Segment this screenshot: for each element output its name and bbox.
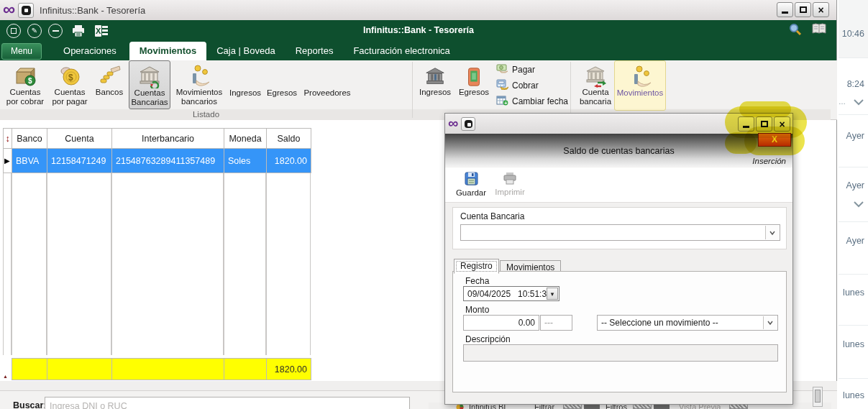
close-button[interactable]: × xyxy=(813,2,829,17)
tab-registro[interactable]: Registro xyxy=(454,259,499,274)
column-header-saldo[interactable]: Saldo xyxy=(267,129,311,149)
totals-table: 1820.00 xyxy=(3,358,311,380)
fecha-dropdown-button[interactable]: ▾ xyxy=(547,288,558,300)
tab-movimientos[interactable]: Movimientos xyxy=(129,42,206,60)
grid-footer-marker-icon: ▲ xyxy=(3,374,8,379)
phone-money-icon xyxy=(463,62,485,88)
descripcion-input[interactable] xyxy=(463,344,778,362)
tab-operaciones[interactable]: Operaciones xyxy=(53,42,127,60)
hand-coins-highlight-icon xyxy=(629,63,652,88)
ribbon-button-cuenta-bancaria[interactable]: Cuenta bancaria xyxy=(575,62,616,108)
fecha-input[interactable]: 09/04/2025 10:51:34 ▾ xyxy=(463,286,559,301)
minimize-button[interactable] xyxy=(777,2,793,17)
bank-arrows-icon xyxy=(584,62,607,88)
ribbon-button-cobrar[interactable]: Cobrar xyxy=(496,79,539,92)
movimiento-combobox[interactable]: -- Seleccione un movimiento -- xyxy=(597,315,778,331)
tab-reportes[interactable]: Reportes xyxy=(285,42,344,60)
screenshot-root: ∞ Infinitus::Bank - Tesorería × ✎ X Infi… xyxy=(0,0,868,409)
tab-facturacion-electronica[interactable]: Facturación electronica xyxy=(343,42,460,60)
ribbon-button-egresos-mov[interactable]: Egresos xyxy=(456,62,492,108)
ribbon-button-ingresos-listado[interactable]: Ingresos xyxy=(227,62,263,108)
saldo-dialog: ∞ × Saldo de cuentas bancarias Inserción… xyxy=(444,113,793,405)
ribbon-button-pagar[interactable]: Pagar xyxy=(496,63,535,75)
ribbon-button-movimientos-saldo[interactable]: Movimientos xyxy=(614,60,666,111)
tab-menu[interactable]: Menu xyxy=(1,43,42,60)
table-header-row: ↕ Banco Cuenta Interbancario Moneda Sald… xyxy=(4,129,311,149)
maximize-icon xyxy=(800,6,807,13)
box-money-icon: $ xyxy=(14,62,37,88)
vertical-scrollbar[interactable] xyxy=(813,387,823,407)
search-input[interactable] xyxy=(45,397,410,409)
monto-label: Monto xyxy=(465,305,489,315)
bank-gray-icon xyxy=(424,62,446,88)
chevron-down-icon[interactable] xyxy=(854,200,864,210)
dialog-toolbar: Guardar Imprimir xyxy=(445,167,792,203)
ribbon-button-proveedores[interactable]: Proveedores xyxy=(302,62,352,108)
search-icon[interactable] xyxy=(789,23,802,39)
total-saldo: 1820.00 xyxy=(266,359,311,380)
pagar-icon xyxy=(496,63,508,75)
list-item[interactable]: lunes xyxy=(839,326,868,379)
toolbar-title: Infinitus::Bank - Tesorería xyxy=(0,25,837,35)
chevron-down-icon[interactable] xyxy=(854,98,864,108)
table-row[interactable]: ▶ BBVA 12158471249 21548763289411357489 … xyxy=(4,149,311,173)
imprimir-button[interactable]: Imprimir xyxy=(493,172,527,196)
column-header-cuenta[interactable]: Cuenta xyxy=(47,129,112,149)
ribbon-button-bancos[interactable]: Bancos xyxy=(92,62,127,108)
movimiento-combo-chevron-icon[interactable] xyxy=(763,316,777,329)
cambiar-fecha-icon: + xyxy=(496,95,508,108)
ribbon-button-egresos-listado[interactable]: Egresos xyxy=(265,62,299,108)
list-item[interactable]: Ayer xyxy=(839,167,868,222)
list-item[interactable]: Ayer xyxy=(839,222,868,275)
account-combobox[interactable] xyxy=(460,224,780,241)
cobrar-icon xyxy=(496,79,508,92)
dialog-app-icon xyxy=(461,117,475,131)
minimize-icon xyxy=(782,12,788,14)
svg-text:$: $ xyxy=(68,73,73,83)
ribbon-button-cuentas-por-cobrar[interactable]: $ Cuentas por cobrar xyxy=(3,62,47,108)
registro-panel: Fecha 09/04/2025 10:51:34 ▾ Monto 0.00 -… xyxy=(452,271,787,392)
list-item[interactable]: lunes xyxy=(839,275,868,326)
sort-indicator-icon[interactable]: ↕ xyxy=(4,129,12,149)
list-item[interactable]: Ayer xyxy=(839,115,868,167)
ribbon-button-movimientos-bancarios[interactable]: Movimientos bancarios xyxy=(173,62,226,108)
menu-tab-bar: Menu Operaciones Movimientos Caja | Bove… xyxy=(0,42,836,60)
account-label: Cuenta Bancaria xyxy=(460,211,524,221)
dialog-infinitus-logo-icon: ∞ xyxy=(448,116,458,130)
list-item[interactable]: 8:24 … xyxy=(839,58,868,115)
column-header-banco[interactable]: Banco xyxy=(12,129,47,149)
accounts-table: ↕ Banco Cuenta Interbancario Moneda Sald… xyxy=(3,128,311,173)
guardar-button[interactable]: Guardar xyxy=(455,172,487,197)
ellipsis-icon: … xyxy=(839,98,846,106)
close-icon: × xyxy=(818,5,823,15)
dialog-mode-label: Inserción xyxy=(752,157,786,165)
maximize-button[interactable] xyxy=(795,2,811,17)
ribbon-button-cambiar-fecha[interactable]: + Cambiar fecha xyxy=(496,95,568,108)
ribbon: Listado $ Cuentas por cobrar $ Cuentas p… xyxy=(0,60,837,120)
ribbon-button-cuentas-por-pagar[interactable]: $ Cuentas por pagar xyxy=(49,62,91,108)
chat-sidebar: 10:46 8:24 … Ayer Ayer Ayer lunes lunes … xyxy=(839,0,868,409)
infinitus-logo-icon: ∞ xyxy=(3,2,15,17)
ribbon-group-label-listado: Listado xyxy=(0,110,412,119)
monto-input[interactable]: 0.00 xyxy=(463,315,539,331)
svg-text:$: $ xyxy=(28,77,32,85)
account-section: Cuenta Bancaria xyxy=(452,207,787,249)
printer-icon xyxy=(503,172,517,186)
ribbon-button-cuentas-bancarias[interactable]: Cuentas Bancarias xyxy=(129,60,170,109)
help-book-icon[interactable] xyxy=(812,23,826,39)
list-item[interactable]: 10:46 xyxy=(839,0,868,58)
fecha-label: Fecha xyxy=(465,276,489,286)
monto-secondary-input[interactable]: --- xyxy=(540,315,572,331)
window-title: Infinitus::Bank - Tesorería xyxy=(40,5,145,16)
column-header-moneda[interactable]: Moneda xyxy=(224,129,267,149)
save-icon xyxy=(465,172,478,187)
account-combo-chevron-icon[interactable] xyxy=(765,226,779,239)
tab-caja-boveda[interactable]: Caja | Boveda xyxy=(206,42,285,60)
total-row: 1820.00 xyxy=(3,359,311,380)
app-icon xyxy=(18,3,34,18)
highlight-marker xyxy=(725,132,757,154)
ribbon-button-ingresos-mov[interactable]: Ingresos xyxy=(417,62,453,108)
column-header-interbancario[interactable]: Interbancario xyxy=(112,129,224,149)
search-label: Buscar: xyxy=(13,400,47,409)
list-item[interactable]: lunes xyxy=(839,379,868,409)
